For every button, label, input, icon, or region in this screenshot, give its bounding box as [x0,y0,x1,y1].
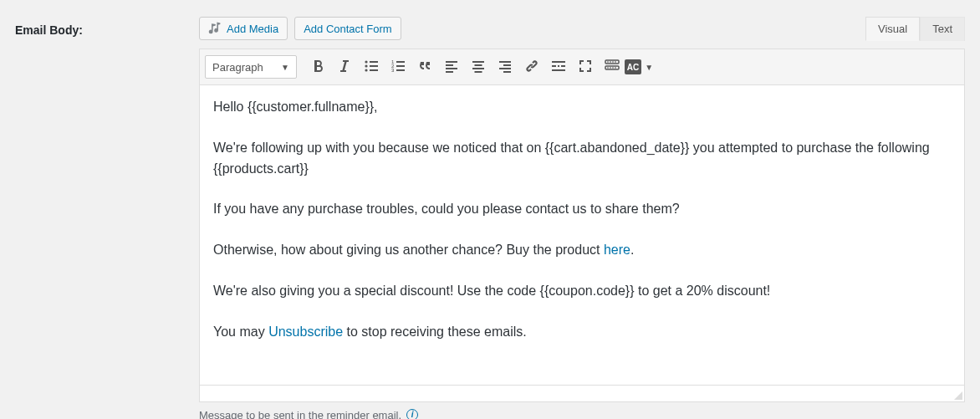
editor-area: Add Media Add Contact Form Visual Text P… [199,17,965,419]
add-media-button[interactable]: Add Media [199,17,288,40]
editor-tabs: Visual Text [865,17,965,41]
caret-down-icon: ▼ [645,63,653,72]
content-paragraph: Otherwise, how about giving us another c… [213,240,951,261]
svg-rect-37 [612,67,614,68]
svg-rect-27 [561,65,565,67]
svg-rect-24 [552,61,565,63]
tab-visual[interactable]: Visual [865,17,920,41]
svg-rect-21 [503,64,511,66]
email-body-field: Email Body: Add Media Add Contact Form V… [0,0,980,419]
ac-dropdown-button[interactable]: AC ▼ [626,54,651,79]
format-select-label: Paragraph [212,61,263,74]
content-text: Otherwise, how about giving us another c… [213,243,604,257]
insert-more-button[interactable] [546,54,571,79]
resize-handle[interactable] [952,390,962,400]
unsubscribe-link[interactable]: Unsubscribe [268,324,343,339]
svg-rect-33 [615,61,616,62]
svg-rect-7 [396,61,405,63]
align-right-button[interactable] [493,54,518,79]
svg-rect-9 [396,65,405,67]
align-left-icon [443,58,460,77]
content-text: . [630,243,634,257]
svg-rect-28 [552,69,565,71]
read-more-icon [550,58,567,77]
svg-rect-25 [552,65,556,67]
info-icon[interactable]: i [406,409,418,419]
content-paragraph: You may Unsubscribe to stop receiving th… [213,322,951,343]
field-description-row: Message to be sent in the reminder email… [199,409,965,419]
svg-point-4 [365,69,367,71]
media-buttons: Add Media Add Contact Form [199,17,401,40]
align-center-button[interactable] [466,54,491,79]
tab-text[interactable]: Text [920,17,965,41]
editor-status-bar [199,386,965,402]
align-center-icon [470,58,487,77]
add-media-label: Add Media [227,23,278,35]
editor-toolbar: Paragraph ▼ 123 [200,49,964,85]
svg-rect-11 [396,69,405,71]
svg-rect-30 [607,61,609,62]
svg-rect-18 [472,68,484,69]
svg-rect-17 [475,64,482,66]
content-text: You may [213,324,268,339]
buy-here-link[interactable]: here [604,243,630,257]
svg-rect-15 [446,71,453,73]
svg-point-2 [365,64,367,67]
blockquote-button[interactable] [412,54,437,79]
svg-rect-31 [610,61,611,62]
caret-down-icon: ▼ [281,63,289,72]
svg-rect-16 [472,61,484,63]
numbered-list-button[interactable]: 123 [385,54,411,79]
content-text: to stop receiving these emails. [343,324,527,339]
svg-rect-22 [499,68,511,69]
ac-badge-icon: AC [625,59,641,74]
align-left-button[interactable] [439,54,464,79]
fullscreen-icon [577,58,594,77]
bulleted-list-button[interactable] [359,54,384,79]
content-paragraph: Hello {{customer.fullname}}, [213,97,951,118]
insert-link-button[interactable] [519,54,544,79]
list-ul-icon [363,58,380,77]
add-contact-form-label: Add Contact Form [304,23,392,35]
svg-rect-23 [503,71,511,73]
content-paragraph: We're following up with you because we n… [213,138,951,180]
toolbar-toggle-button[interactable] [600,54,625,79]
italic-button[interactable] [332,54,357,79]
svg-point-0 [365,60,367,63]
svg-rect-19 [475,71,482,73]
svg-rect-38 [615,67,616,68]
bold-button[interactable] [305,54,330,79]
field-label: Email Body: [15,17,199,419]
content-paragraph: If you have any purchase troubles, could… [213,199,951,220]
link-icon [523,58,540,77]
content-paragraph: We're also giving you a special discount… [213,281,951,302]
svg-rect-3 [370,65,378,67]
music-notes-icon [208,21,222,37]
svg-text:3: 3 [391,68,395,73]
kitchen-sink-icon [604,58,620,77]
svg-rect-13 [446,64,453,66]
add-contact-form-button[interactable]: Add Contact Form [294,17,401,40]
svg-rect-26 [558,65,559,67]
field-description: Message to be sent in the reminder email… [199,409,401,419]
fullscreen-button[interactable] [573,54,598,79]
svg-rect-20 [499,61,511,63]
quote-icon [416,58,433,77]
editor-content[interactable]: Hello {{customer.fullname}}, We're follo… [200,85,964,385]
editor-header-row: Add Media Add Contact Form Visual Text [199,17,965,40]
svg-rect-5 [370,69,378,71]
italic-icon [336,58,353,77]
list-ol-icon: 123 [390,58,406,77]
editor-wrap: Paragraph ▼ 123 [199,49,965,386]
bold-icon [309,58,326,77]
svg-rect-32 [612,61,614,62]
svg-rect-36 [610,67,611,68]
svg-rect-12 [446,61,457,63]
align-right-icon [497,58,513,77]
svg-rect-35 [607,67,609,68]
svg-rect-14 [446,68,457,69]
format-select[interactable]: Paragraph ▼ [205,55,297,79]
svg-rect-1 [370,61,378,63]
